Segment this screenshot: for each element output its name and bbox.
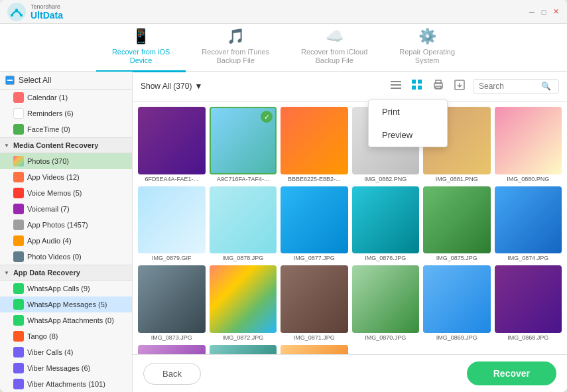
- photo-cell-6[interactable]: IMG_0880.PNG: [495, 107, 562, 182]
- photo-cell-20[interactable]: [210, 345, 277, 355]
- photo-cell-8[interactable]: IMG_0878.JPG: [210, 186, 277, 262]
- dropdown-print[interactable]: Print: [369, 100, 447, 123]
- app-data-section-label: App Data Recovery: [13, 269, 80, 277]
- nav-item-icloud[interactable]: ☁️ Recover from iCloudBackup File: [285, 23, 383, 72]
- reminders-icon: [13, 108, 24, 119]
- sidebar-item-appaudio[interactable]: App Audio (4): [0, 233, 132, 249]
- select-all-checkbox[interactable]: [5, 76, 15, 85]
- whatsappcalls-icon: [13, 283, 24, 294]
- sidebar-item-voicememos[interactable]: Voice Memos (5): [0, 185, 132, 201]
- photo-cell-2[interactable]: ✓A9C716FA-7AF4-...: [210, 107, 277, 182]
- photo-thumb-18: [495, 265, 562, 333]
- nav-items: 📱 Recover from iOSDevice 🎵 Recover from …: [13, 23, 554, 72]
- photo-cell-7[interactable]: IMG_0879.GIF: [138, 186, 206, 262]
- show-all-label: Show All (370): [141, 82, 192, 91]
- show-all-button[interactable]: Show All (370) ▼: [141, 82, 202, 91]
- photo-cell-1[interactable]: 6FD5EA4A-FAE1-...: [138, 107, 206, 182]
- photo-name-2: A9C716FA-7AF4-...: [210, 176, 277, 182]
- logo-text: Tenorshare UltData: [31, 3, 63, 21]
- photo-name-7: IMG_0879.GIF: [138, 255, 206, 261]
- tango-icon: [13, 331, 24, 342]
- photo-name-6: IMG_0880.PNG: [495, 176, 562, 182]
- logo-area: Tenorshare UltData: [7, 2, 63, 22]
- sidebar-item-photos[interactable]: Photos (370): [0, 153, 132, 169]
- nav-item-repair[interactable]: ⚙️ Repair OperatingSystem: [383, 23, 471, 72]
- app-data-section-header[interactable]: ▼ App Data Recovery: [0, 265, 132, 281]
- photo-name-5: IMG_0881.PNG: [423, 176, 491, 182]
- sidebar-label-vibercalls: Viber Calls (4): [27, 348, 127, 356]
- nav-item-ios[interactable]: 📱 Recover from iOSDevice: [96, 23, 186, 72]
- sidebar-item-appphotos[interactable]: App Photos (1457): [0, 217, 132, 233]
- export-button[interactable]: [452, 77, 468, 96]
- sidebar-item-voicemail[interactable]: Voicemail (7): [0, 201, 132, 217]
- maximize-button[interactable]: □: [539, 7, 548, 17]
- photo-cell-16[interactable]: IMG_0870.JPG: [352, 265, 420, 341]
- photo-cell-10[interactable]: IMG_0876.JPG: [352, 186, 420, 262]
- photo-cell-3[interactable]: BBBE6225-E8B2-...: [281, 107, 348, 182]
- appaudio-icon: [13, 235, 24, 246]
- viberatt-icon: [13, 379, 24, 389]
- sidebar-item-vibercalls[interactable]: Viber Calls (4): [0, 344, 132, 360]
- search-input[interactable]: [479, 82, 538, 91]
- photo-cell-9[interactable]: IMG_0877.JPG: [281, 186, 348, 262]
- photo-name-4: IMG_0882.PNG: [352, 176, 420, 182]
- grid-view-button[interactable]: [409, 77, 425, 96]
- show-all-chevron: ▼: [194, 82, 202, 91]
- sidebar-item-viberatt[interactable]: Viber Attachments (101): [0, 376, 132, 392]
- photo-thumb-12: [495, 186, 562, 254]
- sidebar-item-photovideos[interactable]: Photo Videos (0): [0, 249, 132, 265]
- dropdown-preview[interactable]: Preview: [369, 123, 447, 147]
- sidebar-item-tango[interactable]: Tango (8): [0, 328, 132, 344]
- sidebar-item-appvideos[interactable]: App Videos (12): [0, 169, 132, 185]
- photo-cell-14[interactable]: IMG_0872.JPG: [210, 265, 277, 341]
- repair-icon: ⚙️: [418, 28, 436, 45]
- svg-rect-11: [418, 86, 422, 90]
- print-button[interactable]: [430, 77, 446, 96]
- content-toolbar: Show All (370) ▼: [133, 72, 567, 101]
- photo-cell-13[interactable]: IMG_0873.JPG: [138, 265, 206, 341]
- photo-name-14: IMG_0872.JPG: [210, 334, 277, 341]
- sidebar-item-calendar[interactable]: Calendar (1): [0, 90, 132, 105]
- photo-cell-11[interactable]: IMG_0875.JPG: [423, 186, 491, 262]
- sidebar-item-reminders[interactable]: Reminders (6): [0, 105, 132, 121]
- photo-name-16: IMG_0870.JPG: [352, 334, 420, 341]
- photo-cell-21[interactable]: [281, 345, 348, 355]
- media-arrow-icon: ▼: [4, 143, 9, 149]
- app-window: Tenorshare UltData ─ □ ✕ 📱 Recover from …: [0, 0, 567, 392]
- svg-point-1: [11, 14, 13, 17]
- photo-thumb-3: [281, 107, 348, 174]
- list-view-button[interactable]: [388, 77, 404, 96]
- sidebar-item-whatsappmsg[interactable]: WhatsApp Messages (5): [0, 296, 132, 312]
- select-all-row[interactable]: Select All: [0, 72, 132, 90]
- bottom-bar: Back Recover: [133, 354, 567, 392]
- select-all-label: Select All: [19, 76, 51, 85]
- close-button[interactable]: ✕: [551, 7, 560, 17]
- voicemail-icon: [13, 204, 24, 214]
- sidebar-item-facetime[interactable]: FaceTime (0): [0, 121, 132, 137]
- media-section-header[interactable]: ▼ Media Content Recovery: [0, 137, 132, 153]
- photo-thumb-14: [210, 265, 277, 333]
- photo-thumb-11: [423, 186, 491, 254]
- voicememos-icon: [13, 188, 24, 198]
- sidebar-label-voicememos: Voice Memos (5): [27, 189, 127, 197]
- photo-cell-12[interactable]: IMG_0874.JPG: [495, 186, 562, 262]
- minimize-button[interactable]: ─: [527, 7, 536, 17]
- photo-name-13: IMG_0873.JPG: [138, 334, 206, 341]
- back-button[interactable]: Back: [143, 363, 201, 385]
- svg-rect-7: [391, 88, 401, 89]
- sidebar-item-whatsappatt[interactable]: WhatsApp Attachments (0): [0, 312, 132, 328]
- search-icon: 🔍: [541, 82, 551, 91]
- title-bar: Tenorshare UltData ─ □ ✕: [0, 0, 567, 24]
- sidebar-item-whatsappcalls[interactable]: WhatsApp Calls (9): [0, 281, 132, 296]
- photo-thumb-2: ✓: [210, 107, 277, 174]
- photo-cell-15[interactable]: IMG_0871.JPG: [281, 265, 348, 341]
- sidebar-item-vibermsg[interactable]: Viber Messages (6): [0, 360, 132, 376]
- recover-button[interactable]: Recover: [467, 361, 556, 385]
- photo-cell-18[interactable]: IMG_0868.JPG: [495, 265, 562, 341]
- photo-cell-19[interactable]: [138, 345, 206, 355]
- photo-thumb-9: [281, 186, 348, 254]
- sidebar-label-reminders: Reminders (6): [27, 109, 127, 117]
- content-area: Show All (370) ▼: [133, 72, 567, 392]
- photo-cell-17[interactable]: IMG_0869.JPG: [423, 265, 491, 341]
- nav-item-itunes[interactable]: 🎵 Recover from iTunesBackup File: [186, 23, 285, 72]
